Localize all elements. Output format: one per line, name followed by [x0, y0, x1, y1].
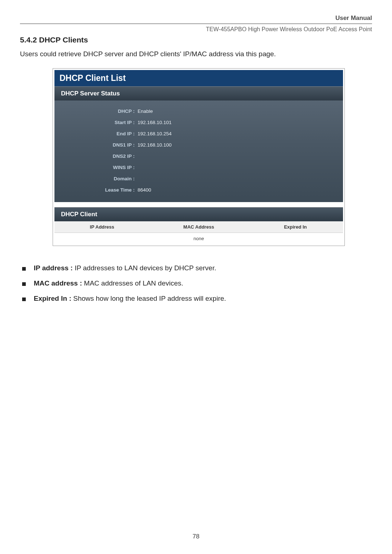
client-empty: none	[54, 233, 343, 245]
status-label: Domain :	[54, 176, 136, 181]
status-label: DNS2 IP :	[54, 153, 136, 159]
status-value: 86400	[136, 187, 151, 193]
status-row-wins: WINS IP :	[54, 162, 343, 173]
status-row-lease: Lease Time : 86400	[54, 184, 343, 196]
status-label: DHCP :	[54, 108, 136, 114]
manual-label: User Manual	[20, 15, 372, 24]
server-status-body: DHCP : Enable Start IP : 192.168.10.101 …	[54, 100, 343, 202]
bullet-text: IP addresses to LAN devices by DHCP serv…	[75, 264, 216, 272]
status-row-dns1: DNS1 IP : 192.168.10.100	[54, 139, 343, 151]
bullet-icon	[22, 282, 26, 286]
panel-title: DHCP Client List	[54, 70, 343, 86]
status-label: WINS IP :	[54, 165, 136, 170]
status-row-dhcp: DHCP : Enable	[54, 106, 343, 117]
col-mac: MAC Address	[150, 221, 248, 233]
status-label: Lease Time :	[54, 187, 136, 193]
status-row-endip: End IP : 192.168.10.254	[54, 128, 343, 139]
status-value: 192.168.10.100	[136, 142, 172, 148]
bullet-bold: MAC address :	[34, 279, 84, 287]
server-status-heading: DHCP Server Status	[54, 86, 343, 100]
header-divider	[20, 24, 372, 24]
status-row-dns2: DNS2 IP :	[54, 151, 343, 162]
dhcp-client-table: IP Address MAC Address Expired In none	[54, 221, 343, 244]
status-label: End IP :	[54, 131, 136, 136]
col-expired: Expired In	[248, 221, 343, 233]
col-ip: IP Address	[54, 221, 150, 233]
section-heading: 5.4.2 DHCP Clients	[20, 36, 372, 44]
status-value: 192.168.10.101	[136, 120, 172, 125]
list-item: IP address : IP addresses to LAN devices…	[22, 264, 372, 272]
status-row-domain: Domain :	[54, 173, 343, 184]
page-number: 78	[0, 533, 392, 540]
bullet-bold: IP address :	[34, 264, 75, 272]
status-value: Enable	[136, 108, 153, 114]
client-heading: DHCP Client	[54, 207, 343, 221]
status-row-startip: Start IP : 192.168.10.101	[54, 117, 343, 128]
dhcp-screenshot: DHCP Client List DHCP Server Status DHCP…	[53, 68, 345, 246]
section-intro: Users could retrieve DHCP server and DHC…	[20, 50, 372, 58]
bullet-icon	[22, 297, 26, 301]
list-item: Expired In : Shows how long the leased I…	[22, 295, 372, 303]
status-value: 192.168.10.254	[136, 131, 172, 136]
device-line: TEW-455APBO High Power Wireless Outdoor …	[20, 26, 372, 33]
status-label: DNS1 IP :	[54, 142, 136, 148]
bullet-bold: Expired In :	[34, 295, 73, 302]
description-list: IP address : IP addresses to LAN devices…	[20, 264, 372, 303]
status-label: Start IP :	[54, 120, 136, 125]
bullet-text: Shows how long the leased IP address wil…	[73, 295, 226, 302]
bullet-icon	[22, 267, 26, 271]
list-item: MAC address : MAC addresses of LAN devic…	[22, 279, 372, 287]
bullet-text: MAC addresses of LAN devices.	[84, 279, 183, 287]
